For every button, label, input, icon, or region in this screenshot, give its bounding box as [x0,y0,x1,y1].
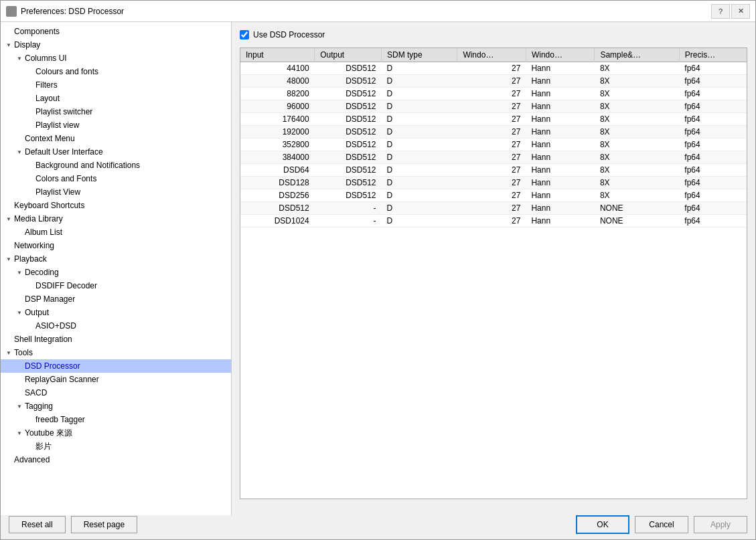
cell-windo1: 27 [457,202,526,215]
col-header-windo2[interactable]: Windo… [526,48,595,62]
cell-input: DSD64 [240,164,315,177]
cell-output: DSD512 [315,189,382,202]
tree-item-playlist-view[interactable]: Playlist view [1,118,231,132]
tree-item-album-list[interactable]: Album List [1,226,231,239]
cell-sample: 8X [595,189,679,202]
tree-item-components[interactable]: Components [1,25,231,38]
tree-item-freedb-tagger[interactable]: freedb Tagger [1,413,231,426]
expand-icon[interactable]: ▼ [14,401,25,412]
reset-all-button[interactable]: Reset all [9,516,66,533]
expand-icon[interactable]: ▼ [3,347,14,358]
cell-input: 48000 [240,75,315,88]
cell-sdm_type: D [382,88,457,100]
reset-page-button[interactable]: Reset page [71,516,137,533]
tree-item-bg-notifications[interactable]: Background and Notifications [1,159,231,172]
expand-icon[interactable]: ▼ [14,147,25,157]
tree-item-tools[interactable]: ▼Tools [1,346,231,359]
use-dsd-processor-checkbox[interactable] [240,30,249,39]
table-row[interactable]: 176400DSD512D27Hann8Xfp64 [240,113,747,126]
cell-output: DSD512 [315,177,382,189]
expand-icon[interactable]: ▼ [3,39,14,50]
tree-item-playback[interactable]: ▼Playback [1,252,231,266]
cell-prec: fp64 [679,126,747,139]
tree-item-colours-fonts[interactable]: Colours and fonts [1,65,231,78]
cell-sample: 8X [595,164,679,177]
tree-item-advanced[interactable]: Advanced [1,453,231,466]
cell-prec: fp64 [679,164,747,177]
col-header-prec[interactable]: Precis… [679,48,747,62]
cancel-button[interactable]: Cancel [635,516,688,533]
tree-item-display[interactable]: ▼Display [1,38,231,52]
table-row[interactable]: DSD1024-D27HannNONEfp64 [240,215,747,228]
tree-item-output[interactable]: ▼Output [1,306,231,319]
cell-input: 176400 [240,113,315,126]
tree-item-dsd-processor[interactable]: DSD Processor [1,359,231,373]
col-header-input[interactable]: Input [240,48,315,62]
table-row[interactable]: 88200DSD512D27Hann8Xfp64 [240,88,747,100]
tree-item-decoding[interactable]: ▼Decoding [1,266,231,279]
tree-item-asio-dsd[interactable]: ASIO+DSD [1,319,231,333]
ok-button[interactable]: OK [576,515,629,534]
table-row[interactable]: DSD512-D27HannNONEfp64 [240,202,747,215]
tree-item-networking[interactable]: Networking [1,239,231,252]
tree-item-tagging[interactable]: ▼Tagging [1,399,231,413]
table-row[interactable]: DSD64DSD512D27Hann8Xfp64 [240,164,747,177]
tree-item-replaygain-scanner[interactable]: ReplayGain Scanner [1,373,231,386]
cell-prec: fp64 [679,151,747,164]
tree-item-playlist-view2[interactable]: Playlist View [1,185,231,199]
expand-icon [14,361,25,371]
tree-item-dsdiff-decoder[interactable]: DSDIFF Decoder [1,279,231,292]
close-button[interactable]: ✕ [731,4,750,19]
tree-item-layout[interactable]: Layout [1,92,231,105]
apply-button[interactable]: Apply [694,516,747,533]
tree-item-sacd[interactable]: SACD [1,386,231,399]
cell-windo1: 27 [457,151,526,164]
table-row[interactable]: 96000DSD512D27Hann8Xfp64 [240,100,747,113]
col-header-windo1[interactable]: Windo… [457,48,526,62]
tree-item-label: Components [14,27,60,36]
expand-icon[interactable]: ▼ [14,267,25,278]
expand-icon[interactable]: ▼ [14,428,25,438]
tree-item-label: SACD [25,388,47,397]
tree-item-context-menu[interactable]: Context Menu [1,132,231,145]
expand-icon[interactable]: ▼ [3,213,14,224]
tree-item-playlist-switcher[interactable]: Playlist switcher [1,105,231,118]
cell-input: DSD128 [240,177,315,189]
tree-item-shell-integration[interactable]: Shell Integration [1,333,231,346]
col-header-sample[interactable]: Sample&… [595,48,679,62]
expand-icon[interactable]: ▼ [14,307,25,318]
tree-item-label: Default User Interface [25,147,103,157]
table-row[interactable]: 192000DSD512D27Hann8Xfp64 [240,126,747,139]
table-row[interactable]: 384000DSD512D27Hann8Xfp64 [240,151,747,164]
expand-icon[interactable]: ▼ [14,53,25,64]
cell-windo2: Hann [526,189,595,202]
table-row[interactable]: DSD128DSD512D27Hann8Xfp64 [240,177,747,189]
tree-item-dsp-manager[interactable]: DSP Manager [1,292,231,306]
tree-item-colors-fonts[interactable]: Colors and Fonts [1,172,231,185]
tree-item-default-ui[interactable]: ▼Default User Interface [1,145,231,159]
cell-sdm_type: D [382,126,457,139]
table-row[interactable]: DSD256DSD512D27Hann8Xfp64 [240,189,747,202]
cell-windo2: Hann [526,126,595,139]
tree-item-columns-ui[interactable]: ▼Columns UI [1,52,231,65]
tree-item-label: DSP Manager [25,294,75,304]
use-dsd-processor-label[interactable]: Use DSD Processor [253,30,325,39]
tree-item-keyboard-shortcuts[interactable]: Keyboard Shortcuts [1,199,231,212]
col-header-sdm_type[interactable]: SDM type [382,48,457,62]
tree-item-movies[interactable]: 影片 [1,440,231,453]
tree-item-youtube[interactable]: ▼Youtube 來源 [1,426,231,440]
help-button[interactable]: ? [711,4,730,19]
expand-icon [25,187,35,197]
dsd-table: InputOutputSDM typeWindo…Windo…Sample&…P… [240,48,747,228]
expand-icon [25,280,35,291]
table-row[interactable]: 44100DSD512D27Hann8Xfp64 [240,62,747,75]
expand-icon[interactable]: ▼ [3,254,14,264]
col-header-output[interactable]: Output [315,48,382,62]
table-row[interactable]: 48000DSD512D27Hann8Xfp64 [240,75,747,88]
tree-item-media-library[interactable]: ▼Media Library [1,212,231,226]
table-row[interactable]: 352800DSD512D27Hann8Xfp64 [240,139,747,151]
tree-item-filters[interactable]: Filters [1,78,231,92]
title-bar-text: Preferences: DSD Processor [21,7,711,16]
expand-icon [3,26,14,37]
expand-icon [25,106,35,117]
